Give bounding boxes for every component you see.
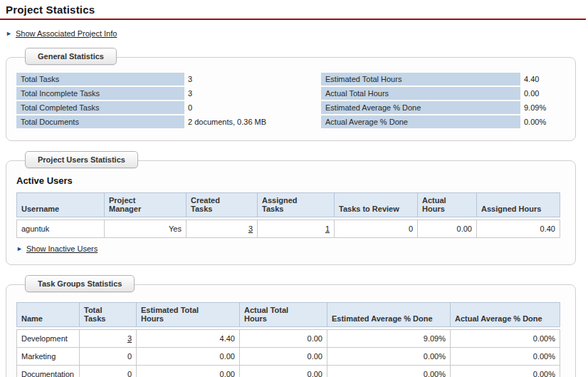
show-inactive-users-label[interactable]: Show Inactive Users <box>26 244 98 253</box>
stat-label: Actual Total Hours <box>321 87 520 100</box>
cell-estimated-total-hours: 0.00 <box>137 366 240 377</box>
column-header-actual-hours: Actual Hours <box>418 193 477 217</box>
header-row: UsernameProject ManagerCreated TasksAssi… <box>17 193 560 217</box>
general-statistics-body: Total Tasks3Total Incomplete Tasks3Total… <box>6 58 575 140</box>
table-row: Documentation00.000.000.00%0.00% <box>17 366 560 377</box>
stat-row-estimated-average-done: Estimated Average % Done9.09% <box>321 101 575 114</box>
cell-actual-average-done: 0.00% <box>451 348 560 366</box>
column-header-created-tasks: Created Tasks <box>187 193 258 217</box>
column-header-tasks-to-review: Tasks to Review <box>335 193 418 217</box>
general-statistics-tab: General Statistics <box>25 48 117 65</box>
column-header-label: Estimated Total Hours <box>141 306 223 323</box>
stat-row-total-documents: Total Documents2 documents, 0.36 MB <box>16 115 321 128</box>
expand-triangle-icon: ► <box>6 31 12 37</box>
cell-estimated-total-hours: 0.00 <box>137 348 240 366</box>
stat-value: 0 <box>184 101 192 114</box>
column-header-label: Username <box>21 205 59 213</box>
column-header-actual-average-done: Actual Average % Done <box>451 303 560 327</box>
total-tasks-link[interactable]: 3 <box>127 334 132 343</box>
page-title: Project Statistics <box>6 4 588 16</box>
column-header-label: Estimated Average % Done <box>332 314 433 323</box>
stat-value: 3 <box>184 87 192 100</box>
column-header-label: Tasks to Review <box>339 205 399 213</box>
cell-total-tasks: 3 <box>80 330 137 348</box>
stat-label: Total Documents <box>16 115 184 128</box>
project-users-statistics-tab: Project Users Statistics <box>25 151 138 168</box>
stat-row-total-completed-tasks: Total Completed Tasks0 <box>16 101 321 114</box>
cell-actual-total-hours: 0.00 <box>240 348 327 366</box>
cell-actual-total-hours: 0.00 <box>240 330 327 348</box>
stat-label: Estimated Total Hours <box>321 73 520 86</box>
stat-value: 2 documents, 0.36 MB <box>184 115 266 128</box>
column-header-username: Username <box>17 193 105 217</box>
cell-tasks-to-review: 0 <box>335 220 418 238</box>
column-header-label: Actual Total Hours <box>244 306 310 323</box>
active-users-table: UsernameProject ManagerCreated TasksAssi… <box>16 192 560 238</box>
general-stats-right-column: Estimated Total Hours4.40Actual Total Ho… <box>321 73 575 130</box>
cell-estimated-average-done: 9.09% <box>327 330 451 348</box>
cell-estimated-total-hours: 4.40 <box>137 330 240 348</box>
column-header-label: Assigned Hours <box>481 205 541 213</box>
cell-estimated-average-done: 0.00% <box>327 366 451 377</box>
task-groups-statistics-body: NameTotal TasksEstimated Total HoursActu… <box>6 285 575 377</box>
task-groups-statistics-panel: Task Groups Statistics NameTotal TasksEs… <box>6 284 576 377</box>
cell-username: aguntuk <box>17 220 105 238</box>
stat-row-total-tasks: Total Tasks3 <box>16 73 321 86</box>
cell-name: Marketing <box>17 348 80 366</box>
column-header-project-manager: Project Manager <box>105 193 187 217</box>
cell-total-tasks: 0 <box>80 348 137 366</box>
expand-triangle-icon: ► <box>16 246 23 252</box>
column-header-label: Assigned Tasks <box>262 196 317 213</box>
stat-value: 9.09% <box>520 101 546 114</box>
stat-row-actual-average-done: Actual Average % Done0.00% <box>321 115 575 128</box>
column-header-label: Project Manager <box>109 196 169 213</box>
column-header-label: Actual Average % Done <box>455 314 542 323</box>
general-statistics-panel: General Statistics Total Tasks3Total Inc… <box>6 57 576 141</box>
cell-total-tasks: 0 <box>80 366 137 377</box>
assigned-tasks-link[interactable]: 1 <box>325 224 330 233</box>
column-header-estimated-total-hours: Estimated Total Hours <box>137 303 240 327</box>
stat-value: 0.00% <box>520 115 546 128</box>
cell-actual-hours: 0.00 <box>418 220 477 238</box>
stat-label: Actual Average % Done <box>321 115 520 128</box>
cell-assigned-hours: 0.40 <box>477 220 560 238</box>
column-header-label: Name <box>21 314 43 323</box>
cell-estimated-average-done: 0.00% <box>327 348 451 366</box>
table-row: Marketing00.000.000.00%0.00% <box>17 348 560 366</box>
show-associated-project-info-label[interactable]: Show Associated Project Info <box>16 29 117 38</box>
stat-label: Total Incomplete Tasks <box>16 87 184 100</box>
stat-label: Total Completed Tasks <box>16 101 184 114</box>
cell-project-manager: Yes <box>105 220 187 238</box>
column-header-label: Created Tasks <box>191 196 241 213</box>
task-groups-table: NameTotal TasksEstimated Total HoursActu… <box>16 302 560 377</box>
column-header-assigned-tasks: Assigned Tasks <box>258 193 335 217</box>
stat-row-estimated-total-hours: Estimated Total Hours4.40 <box>321 73 575 86</box>
general-stats-left-column: Total Tasks3Total Incomplete Tasks3Total… <box>16 73 321 130</box>
stat-value: 4.40 <box>520 73 539 86</box>
page: Project Statistics ► Show Associated Pro… <box>0 4 588 377</box>
show-inactive-users-link[interactable]: ► Show Inactive Users <box>16 244 565 253</box>
column-header-total-tasks: Total Tasks <box>80 303 137 327</box>
table-row: Development34.400.009.09%0.00% <box>17 330 560 348</box>
column-header-label: Actual Hours <box>422 196 460 213</box>
stat-value: 0.00 <box>520 87 539 100</box>
stat-row-actual-total-hours: Actual Total Hours0.00 <box>321 87 575 100</box>
stat-label: Total Tasks <box>16 73 184 86</box>
project-users-statistics-panel: Project Users Statistics Active Users Us… <box>6 160 576 265</box>
cell-created-tasks: 3 <box>187 220 258 238</box>
show-associated-project-info-link[interactable]: ► Show Associated Project Info <box>6 29 588 38</box>
table-row: aguntukYes3100.000.40 <box>17 220 560 238</box>
stat-value: 3 <box>184 73 192 86</box>
cell-assigned-tasks: 1 <box>258 220 335 238</box>
column-header-label: Total Tasks <box>84 306 120 323</box>
column-header-actual-total-hours: Actual Total Hours <box>240 303 327 327</box>
column-header-estimated-average-done: Estimated Average % Done <box>327 303 451 327</box>
cell-actual-average-done: 0.00% <box>451 366 560 377</box>
cell-actual-total-hours: 0.00 <box>240 366 327 377</box>
column-header-name: Name <box>17 303 80 327</box>
header-row: NameTotal TasksEstimated Total HoursActu… <box>17 303 560 327</box>
active-users-heading: Active Users <box>16 175 565 186</box>
created-tasks-link[interactable]: 3 <box>248 224 253 233</box>
column-header-assigned-hours: Assigned Hours <box>477 193 560 217</box>
stat-row-total-incomplete-tasks: Total Incomplete Tasks3 <box>16 87 321 100</box>
